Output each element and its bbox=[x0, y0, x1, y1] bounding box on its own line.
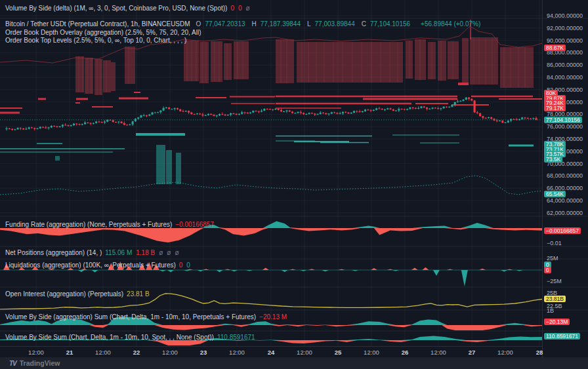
price-axis-label: 62,000.00000 bbox=[547, 210, 583, 216]
legend-value: 0 bbox=[238, 5, 242, 12]
legend-open-interest-title: Open Interest (aggregation) (Perpetuals) bbox=[5, 290, 123, 298]
symbol-title: Bitcoin / Tether USDt (Perpetual Contrac… bbox=[5, 20, 190, 28]
legend-value: ø bbox=[246, 5, 250, 12]
legend-liquidations[interactable]: Liquidations (aggregation) (100K, ∞, Per… bbox=[5, 262, 190, 269]
legend-value: 110.8591671 bbox=[217, 334, 255, 341]
price-axis-label: 76,000.00000 bbox=[547, 123, 583, 130]
time-axis-label: 12:00 bbox=[430, 349, 446, 356]
time-axis-label: 12:00 bbox=[297, 349, 312, 356]
legend-value: 0 bbox=[186, 262, 190, 269]
legend-value: ø bbox=[175, 249, 178, 256]
legend-funding-rate-value: −0.00166857 bbox=[175, 221, 214, 228]
legend-volume-by-side-delta-values: 00ø bbox=[230, 5, 249, 12]
price-axis-badge: 79.17K bbox=[544, 105, 566, 111]
legend-orderbook-top-levels-title: Order Book Top Levels (2.5%, 5%, 0, ∞, T… bbox=[5, 37, 186, 44]
price-axis-label: 25M bbox=[547, 255, 558, 262]
legend-value: 115.06 M bbox=[105, 249, 132, 256]
price-axis-badge: 77,104.10156 bbox=[544, 117, 582, 123]
legend-net-positions-title: Net Positions (aggregation) (14, ) bbox=[5, 249, 102, 256]
legend-open-interest[interactable]: Open Interest (aggregation) (Perpetuals)… bbox=[5, 290, 150, 298]
legend-vbs-sum-spot-title: Volume By Side Sum (Chart, Delta, 1m - 1… bbox=[5, 334, 214, 341]
price-axis-badge: 110.8591671 bbox=[544, 333, 580, 340]
time-axis-label: 12:00 bbox=[497, 349, 513, 356]
ohlc-values: O77,047.20313H77,187.39844L77,003.89844C… bbox=[194, 20, 481, 28]
ohlc-value: +56.89844 (+0.07%) bbox=[421, 20, 480, 28]
legend-funding-rate-title: Funding Rate (aggregation) (None, Perpet… bbox=[5, 221, 172, 228]
legend-value: 1.18 B bbox=[136, 249, 155, 256]
price-axis-badge: 73.5K bbox=[544, 156, 562, 163]
time-axis-label: 22 bbox=[133, 349, 140, 356]
time-axis-label: 12:00 bbox=[28, 349, 44, 356]
price-axis-label: 68,000.00000 bbox=[547, 172, 583, 179]
price-axis-label: −25M bbox=[547, 278, 562, 284]
legend-symbol[interactable]: Bitcoin / Tether USDt (Perpetual Contrac… bbox=[5, 20, 480, 28]
time-axis-label: 12:00 bbox=[229, 349, 245, 356]
legend-volume-by-side-delta-title: Volume By Side (delta) (1M, ∞, 3, 0, Spo… bbox=[5, 5, 227, 12]
price-scale[interactable]: 94,000.0000092,000.0000090,000.0000088,0… bbox=[542, 0, 588, 357]
price-axis-label: 90,000.00000 bbox=[547, 37, 583, 44]
time-axis-label: 27 bbox=[469, 349, 476, 356]
price-axis-badge: −0.00166857 bbox=[544, 227, 581, 234]
legend-orderbook-depth[interactable]: Order Book Depth Overlay (aggregation) (… bbox=[5, 29, 201, 36]
ohlc-label: C bbox=[362, 20, 366, 28]
legend-value: 0 bbox=[230, 5, 234, 12]
tradingview-brand[interactable]: TradingView bbox=[20, 359, 60, 367]
ohlc-value: 77,104.10156 bbox=[370, 20, 410, 28]
time-axis-label: 28 bbox=[536, 349, 543, 356]
price-axis-label: 1B bbox=[547, 307, 554, 314]
price-axis-label: 94,000.00000 bbox=[547, 12, 583, 19]
ohlc-value: 77,187.39844 bbox=[261, 20, 301, 28]
legend-liquidations-title: Liquidations (aggregation) (100K, ∞, Per… bbox=[5, 262, 176, 269]
time-axis-label: 12:00 bbox=[162, 349, 178, 356]
price-axis-label: 64,000.00000 bbox=[547, 197, 583, 204]
price-axis-label: −0.01 bbox=[547, 240, 562, 246]
price-axis-badge: 65.54K bbox=[544, 191, 566, 197]
legend-open-interest-value: 23.81 B bbox=[127, 290, 149, 298]
time-axis-label: 26 bbox=[402, 349, 409, 356]
price-axis-badge: 23.81B bbox=[544, 296, 566, 302]
price-axis-label: 84,000.00000 bbox=[547, 74, 583, 81]
time-axis-label: 24 bbox=[268, 349, 275, 356]
ohlc-label: H bbox=[252, 20, 257, 28]
ohlc-value: 77,047.20313 bbox=[205, 20, 245, 28]
price-axis-label: 86,000.00000 bbox=[547, 62, 583, 68]
legend-net-positions[interactable]: Net Positions (aggregation) (14, ) 115.0… bbox=[5, 249, 179, 256]
time-axis-label: 25 bbox=[335, 349, 342, 356]
price-axis-label: 92,000.00000 bbox=[547, 25, 583, 31]
legend-volume-by-side-delta[interactable]: Volume By Side (delta) (1M, ∞, 3, 0, Spo… bbox=[5, 5, 250, 12]
legend-liquidations-values: 00 bbox=[179, 262, 190, 269]
ohlc-label: L bbox=[307, 20, 311, 28]
ohlc-label: O bbox=[196, 20, 201, 28]
legend-value: ø bbox=[167, 249, 171, 256]
legend-orderbook-depth-title: Order Book Depth Overlay (aggregation) (… bbox=[5, 29, 201, 36]
time-axis[interactable]: 12:002112:002212:002312:002412:002512:00… bbox=[0, 346, 542, 358]
legend-value: −0.00166857 bbox=[175, 221, 214, 228]
legend-vbs-sum-perp-title: Volume By Side (aggregation) Sum (Chart,… bbox=[5, 313, 256, 320]
price-axis-badge: 0 bbox=[544, 267, 551, 273]
legend-vbs-sum-perp-value: −20.13 M bbox=[259, 313, 287, 320]
legend-value: ø bbox=[159, 249, 163, 256]
legend-value: 23.81 B bbox=[127, 290, 149, 298]
tradingview-logo-icon[interactable]: TV bbox=[9, 360, 16, 367]
tradingview-chart-window: Volume By Side (delta) (1M, ∞, 3, 0, Spo… bbox=[0, 0, 588, 369]
legend-orderbook-top-levels[interactable]: Order Book Top Levels (2.5%, 5%, 0, ∞, T… bbox=[5, 37, 186, 44]
price-axis-badge: −20.13M bbox=[544, 319, 570, 325]
legend-vbs-sum-spot[interactable]: Volume By Side Sum (Chart, Delta, 1m - 1… bbox=[5, 334, 255, 341]
time-axis-label: 12:00 bbox=[364, 349, 379, 356]
time-axis-label: 12:00 bbox=[95, 349, 111, 356]
legend-value: −20.13 M bbox=[259, 313, 287, 320]
legend-funding-rate[interactable]: Funding Rate (aggregation) (None, Perpet… bbox=[5, 221, 214, 228]
footer-bar: TV TradingView bbox=[0, 357, 588, 369]
legend-vbs-sum-spot-value: 110.8591671 bbox=[217, 334, 255, 341]
legend-value: 0 bbox=[179, 262, 183, 269]
legend-net-positions-values: 115.06 M1.18 Bøøø bbox=[105, 249, 178, 256]
price-axis-badge: 88.67K bbox=[544, 45, 566, 51]
time-axis-label: 23 bbox=[200, 349, 207, 356]
time-axis-label: 21 bbox=[66, 349, 74, 356]
legend-vbs-sum-perp[interactable]: Volume By Side (aggregation) Sum (Chart,… bbox=[5, 313, 287, 320]
ohlc-value: 77,003.89844 bbox=[315, 20, 355, 28]
